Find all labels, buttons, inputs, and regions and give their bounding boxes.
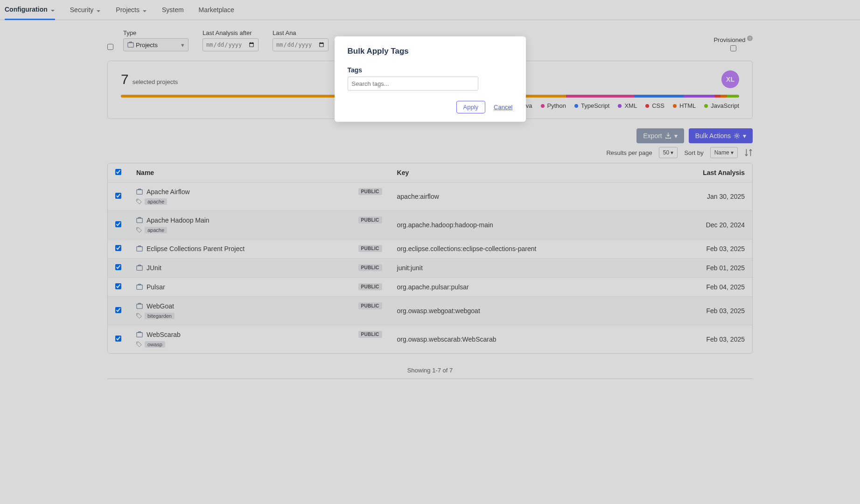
tags-search-input[interactable] — [348, 77, 478, 91]
bulk-apply-tags-modal: Bulk Apply Tags Tags Apply Cancel — [335, 36, 526, 122]
tags-field-label: Tags — [348, 66, 513, 74]
modal-title: Bulk Apply Tags — [348, 47, 513, 56]
cancel-link[interactable]: Cancel — [494, 104, 512, 111]
apply-button[interactable]: Apply — [456, 101, 486, 113]
